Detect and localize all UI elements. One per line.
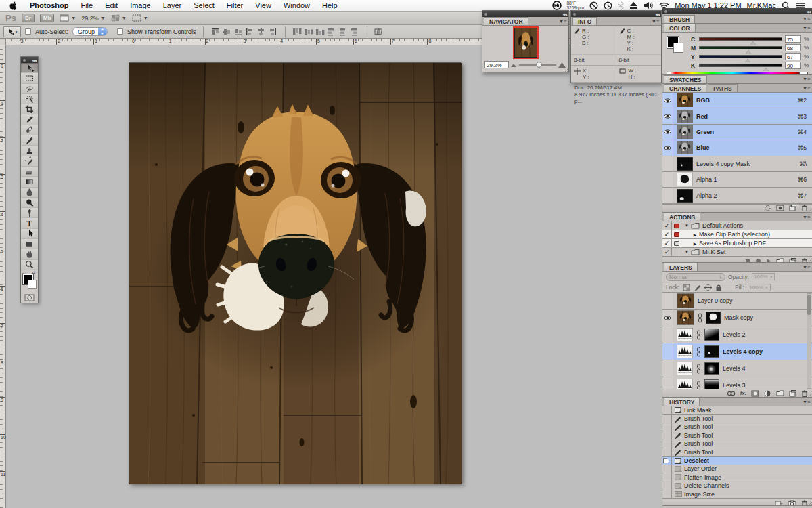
menu-item-photoshop[interactable]: Photoshop	[24, 0, 74, 12]
visibility-toggle[interactable]	[662, 156, 673, 171]
pen-tool[interactable]	[21, 208, 38, 218]
tab-layers[interactable]: LAYERS	[664, 263, 698, 271]
new-snapshot-icon[interactable]	[788, 500, 796, 506]
load-selection-icon[interactable]	[764, 205, 771, 211]
do-not-disturb-icon[interactable]	[589, 1, 598, 10]
document-canvas[interactable]	[129, 62, 461, 484]
menu-item-select[interactable]: Select	[187, 0, 221, 12]
distribute-right-edges-icon[interactable]	[350, 27, 360, 37]
layer-style-icon[interactable]: fx.	[740, 390, 746, 396]
eye-icon[interactable]	[663, 315, 672, 321]
volume-icon[interactable]	[644, 1, 654, 9]
menu-item-image[interactable]: Image	[124, 0, 157, 12]
lock-pixels-icon[interactable]	[694, 284, 701, 291]
gradient-tool[interactable]	[21, 177, 38, 187]
screen-mode-dropdown[interactable]: ▼	[132, 14, 148, 22]
lasso-tool[interactable]	[21, 84, 38, 94]
fill-field[interactable]: 100%▼	[748, 284, 771, 291]
zoom-tool[interactable]	[21, 260, 38, 270]
eye-icon[interactable]	[663, 145, 672, 151]
menu-item-view[interactable]: View	[249, 0, 277, 12]
new-adjustment-layer-icon[interactable]	[764, 390, 771, 397]
action-dialog-toggle[interactable]	[672, 230, 681, 238]
mask-link-icon[interactable]	[696, 347, 701, 357]
mask-link-icon[interactable]	[696, 330, 701, 340]
expand-triangle-icon[interactable]: ▶	[691, 241, 699, 246]
lock-position-icon[interactable]	[704, 284, 712, 291]
hand-tool[interactable]	[21, 249, 38, 259]
history-state-row[interactable]: Brush Tool	[662, 423, 812, 431]
expand-triangle-icon[interactable]: ▼	[683, 224, 691, 228]
menu-item-filter[interactable]: Filter	[221, 0, 249, 12]
layer-row[interactable]: Levels 4 copy	[662, 343, 812, 360]
apple-menu-icon[interactable]	[0, 1, 24, 10]
action-toggle-checkbox[interactable]: ✓	[662, 221, 672, 230]
visibility-toggle[interactable]	[662, 188, 673, 203]
lock-transparency-icon[interactable]	[683, 284, 690, 291]
play-selection-icon[interactable]	[766, 258, 771, 263]
align-vertical-centers-icon[interactable]	[222, 27, 232, 37]
tab-actions[interactable]: ACTIONS	[664, 213, 700, 221]
adjustment-layer-thumbnail[interactable]	[677, 362, 693, 375]
panel-close-icon[interactable]	[23, 59, 26, 62]
visibility-toggle[interactable]	[662, 125, 673, 140]
action-row[interactable]: ✓▶Make Clip Path (selection)	[662, 230, 812, 239]
temperature-readout[interactable]: 88°F3269rpm	[567, 1, 585, 10]
auto-select-scope-dropdown[interactable]: Group▲▼	[72, 27, 108, 36]
panel-resize-grip[interactable]	[807, 500, 812, 505]
toolbox-drag-bar[interactable]: ◀◀	[21, 57, 38, 63]
history-brush-source-box[interactable]	[662, 465, 672, 473]
action-dialog-toggle[interactable]	[672, 221, 681, 230]
panel-menu-icon[interactable]: ▼≡	[803, 265, 810, 270]
action-dialog-toggle[interactable]	[672, 239, 681, 247]
expand-triangle-icon[interactable]: ▼	[683, 250, 691, 254]
history-state-row[interactable]: Link Mask	[662, 406, 812, 415]
new-layer-icon[interactable]	[789, 390, 796, 397]
new-group-icon[interactable]	[776, 390, 784, 396]
menu-item-help[interactable]: Help	[316, 0, 344, 12]
rectangle-shape-tool[interactable]	[21, 239, 38, 249]
history-brush-source-box[interactable]	[662, 406, 672, 414]
opacity-field[interactable]: 100%▼	[752, 273, 775, 280]
history-state-row[interactable]: Deselect	[662, 457, 812, 465]
dock-drag-bar[interactable]: ◀◀	[662, 8, 812, 14]
history-state-row[interactable]: Image Size	[662, 490, 812, 499]
rectangular-marquee-tool[interactable]	[21, 73, 38, 83]
mask-link-icon[interactable]	[698, 313, 702, 323]
menu-item-window[interactable]: Window	[277, 0, 316, 12]
tab-paths[interactable]: PATHS	[708, 84, 738, 92]
panel-menu-icon[interactable]: ▼≡	[803, 26, 810, 30]
action-toggle-checkbox[interactable]: ✓	[662, 230, 672, 238]
navigator-zoom-slider[interactable]	[519, 64, 556, 66]
mask-link[interactable]	[698, 313, 702, 323]
channel-row[interactable]: Alpha 1⌘6	[662, 172, 812, 188]
panel-close-icon[interactable]	[573, 13, 576, 16]
mask-link-icon[interactable]	[696, 364, 701, 374]
collapse-arrows-icon[interactable]: ◀◀	[32, 58, 36, 62]
distribute-top-edges-icon[interactable]	[292, 27, 302, 37]
magic-wand-tool[interactable]	[21, 94, 38, 104]
slider-value-field[interactable]: 90	[785, 62, 801, 69]
slider-thumb[interactable]	[763, 68, 769, 71]
path-selection-tool[interactable]	[21, 229, 38, 239]
launch-bridge-button[interactable]: Br	[22, 14, 35, 22]
panel-menu-icon[interactable]: ▼≡	[803, 215, 810, 219]
slider-thumb[interactable]	[746, 50, 751, 54]
new-document-from-state-icon[interactable]	[775, 500, 783, 506]
visibility-toggle[interactable]	[662, 93, 673, 108]
distribute-vertical-centers-icon[interactable]	[304, 27, 314, 37]
history-state-row[interactable]: Delete Channels	[662, 482, 812, 490]
action-dialog-toggle[interactable]	[672, 248, 681, 256]
collapse-arrows-icon[interactable]: ◀◀	[806, 9, 810, 14]
history-brush-source-box[interactable]	[662, 431, 672, 439]
slider-track-k[interactable]	[699, 64, 782, 67]
panel-close-icon[interactable]	[664, 10, 667, 13]
lock-all-icon[interactable]	[715, 284, 722, 291]
info-drag-bar[interactable]: ◀◀	[571, 11, 661, 17]
history-state-row[interactable]: Brush Tool	[662, 431, 812, 440]
action-row[interactable]: ✓▼Default Actions	[662, 221, 812, 230]
menu-item-edit[interactable]: Edit	[99, 0, 124, 12]
panel-resize-grip[interactable]	[807, 207, 812, 212]
channel-row[interactable]: Levels 4 copy Mask⌘\	[662, 156, 812, 172]
collapse-arrows-icon[interactable]: ◀◀	[562, 12, 566, 16]
